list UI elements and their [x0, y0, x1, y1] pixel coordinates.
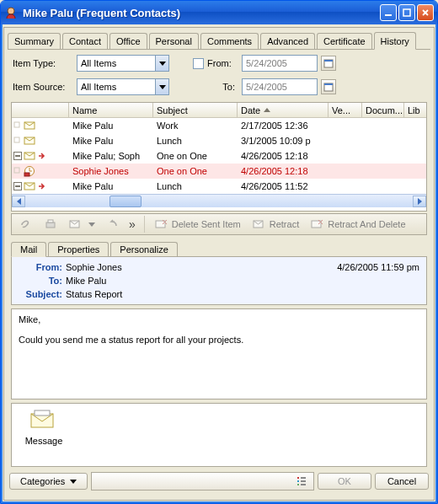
- svg-rect-29: [297, 480, 299, 482]
- item-type-label: Item Type:: [13, 58, 73, 68]
- table-row[interactable]: Mike PaluWork2/17/2005 12:36: [12, 118, 426, 133]
- window-title: Mike Palu (Frequent Contacts): [23, 7, 378, 19]
- message-icon: [29, 409, 58, 432]
- attachment-label: Message: [25, 436, 63, 446]
- categories-label: Categories: [20, 476, 65, 486]
- item-type-combo[interactable]: All Items: [77, 55, 169, 72]
- subject-field-value: Status Report: [66, 289, 122, 299]
- close-button[interactable]: [417, 4, 434, 21]
- svg-rect-1: [385, 14, 392, 16]
- svg-rect-14: [14, 168, 19, 173]
- svg-rect-9: [14, 137, 19, 142]
- from-date-field[interactable]: 5/24/2005: [242, 55, 318, 72]
- table-row[interactable]: Sophie JonesOne on One4/26/2005 12:18: [12, 164, 426, 179]
- horizontal-scrollbar[interactable]: [12, 194, 426, 207]
- titlebar[interactable]: Mike Palu (Frequent Contacts): [1, 1, 437, 24]
- action-toolbar: » Delete Sent Item Retract Retract And D…: [11, 213, 427, 235]
- from-date-value: 5/24/2005: [246, 58, 287, 68]
- client-area: Summary Contact Office Personal Comments…: [3, 27, 435, 501]
- scroll-right-button[interactable]: [413, 196, 426, 207]
- tab-certificate[interactable]: Certificate: [317, 33, 372, 49]
- to-date-value: 5/24/2005: [246, 82, 287, 92]
- filter-area: Item Type: All Items From: 5/24/2005 Ite…: [4, 50, 434, 99]
- col-lib: Lib: [404, 103, 421, 117]
- tab-advanced[interactable]: Advanced: [260, 33, 315, 49]
- tab-properties[interactable]: Properties: [48, 242, 109, 256]
- minimize-button[interactable]: [380, 4, 397, 21]
- to-label: To:: [193, 82, 238, 92]
- chevron-down-icon[interactable]: [155, 56, 168, 71]
- chevron-right-icon[interactable]: »: [129, 217, 136, 231]
- svg-rect-6: [324, 83, 333, 85]
- tab-mail[interactable]: Mail: [11, 242, 46, 257]
- svg-rect-2: [403, 9, 410, 16]
- app-icon: [4, 6, 18, 19]
- col-name: Name: [69, 103, 153, 117]
- retract-delete-label: Retract And Delete: [328, 219, 405, 229]
- undo-button[interactable]: [104, 217, 122, 232]
- table-row[interactable]: Mike PaluLunch4/26/2005 11:52: [12, 179, 426, 194]
- cell-name: Mike Palu: [69, 181, 153, 191]
- delete-sent-button[interactable]: Delete Sent Item: [152, 217, 244, 232]
- row-icons: [12, 151, 69, 161]
- from-check-wrap[interactable]: From:: [193, 58, 238, 69]
- item-type-value: All Items: [81, 58, 116, 68]
- row-icons: [12, 165, 69, 177]
- tab-contact[interactable]: Contact: [62, 33, 108, 49]
- print-button[interactable]: [40, 216, 61, 233]
- tab-comments[interactable]: Comments: [200, 33, 259, 49]
- table-row[interactable]: Mike PaluLunch3/1/2005 10:09 p: [12, 133, 426, 148]
- svg-rect-31: [301, 477, 306, 479]
- attachment-item[interactable]: Message: [19, 409, 69, 446]
- cell-subject: Work: [153, 121, 238, 131]
- mail-body-pane[interactable]: Mike, Could you send me a status report …: [11, 308, 427, 399]
- tab-office[interactable]: Office: [110, 33, 147, 49]
- separator: [144, 216, 145, 233]
- tab-personal[interactable]: Personal: [149, 33, 199, 49]
- column-headers[interactable]: Name Subject Date Ve... Docum... Lib: [12, 103, 426, 118]
- tab-summary[interactable]: Summary: [8, 33, 61, 49]
- col-date: Date: [238, 103, 328, 117]
- categories-field[interactable]: [91, 472, 314, 491]
- scroll-thumb[interactable]: [110, 196, 142, 207]
- col-subject: Subject: [153, 103, 238, 117]
- table-row[interactable]: Mike Palu; SophOne on One4/26/2005 12:18: [12, 148, 426, 164]
- maximize-button[interactable]: [398, 4, 415, 21]
- attachment-pane[interactable]: Message: [11, 403, 427, 467]
- item-source-value: All Items: [81, 82, 116, 92]
- body-greeting: Mike,: [19, 314, 419, 324]
- calendar-icon[interactable]: [321, 79, 336, 94]
- row-icons: [12, 136, 69, 146]
- svg-rect-30: [297, 484, 299, 485]
- to-field-value: Mike Palu: [66, 276, 106, 286]
- svg-rect-18: [15, 185, 20, 187]
- chevron-down-icon[interactable]: [155, 79, 168, 94]
- cancel-button[interactable]: Cancel: [375, 473, 429, 490]
- grid-body[interactable]: Mike PaluWork2/17/2005 12:36Mike PaluLun…: [12, 118, 426, 194]
- attach-button[interactable]: [15, 216, 35, 233]
- from-checkbox[interactable]: [193, 58, 204, 69]
- mail-options-button[interactable]: [66, 217, 99, 232]
- cell-subject: Lunch: [153, 136, 238, 146]
- cell-date: 4/26/2005 12:18: [238, 166, 328, 176]
- calendar-icon[interactable]: [321, 56, 336, 71]
- svg-rect-25: [312, 221, 321, 228]
- dialog-button-row: Categories OK Cancel: [9, 472, 429, 491]
- retract-button[interactable]: Retract: [249, 217, 302, 232]
- to-date-field[interactable]: 5/24/2005: [242, 78, 318, 95]
- svg-rect-23: [156, 221, 165, 228]
- retract-delete-button[interactable]: Retract And Delete: [307, 217, 409, 232]
- tab-history[interactable]: History: [374, 32, 416, 50]
- from-field-label: From:: [19, 262, 62, 272]
- svg-rect-33: [301, 484, 306, 485]
- delete-sent-label: Delete Sent Item: [172, 219, 241, 229]
- tab-personalize[interactable]: Personalize: [110, 242, 177, 256]
- categories-button[interactable]: Categories: [9, 473, 88, 490]
- row-icons: [12, 181, 69, 191]
- item-source-combo[interactable]: All Items: [77, 78, 169, 95]
- cell-subject: Lunch: [153, 181, 238, 191]
- scroll-left-button[interactable]: [12, 196, 25, 207]
- ok-button[interactable]: OK: [318, 473, 371, 490]
- svg-rect-12: [15, 155, 20, 157]
- cell-name: Sophie Jones: [69, 166, 153, 176]
